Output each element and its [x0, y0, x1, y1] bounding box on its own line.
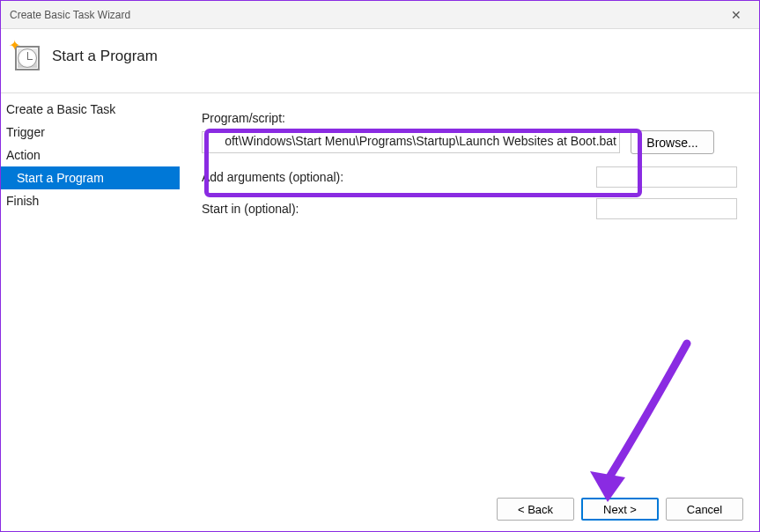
sidebar-item-trigger[interactable]: Trigger: [1, 121, 180, 144]
browse-button[interactable]: Browse...: [631, 130, 714, 154]
wizard-window: Create Basic Task Wizard ✕ ✦ Start a Pro…: [0, 0, 760, 532]
arguments-label: Add arguments (optional):: [202, 170, 343, 184]
cancel-button[interactable]: Cancel: [666, 498, 743, 521]
page-title: Start a Program: [52, 48, 158, 65]
back-button[interactable]: < Back: [497, 498, 574, 521]
startin-input[interactable]: [596, 198, 737, 219]
sidebar-item-action[interactable]: Action: [1, 144, 180, 166]
wizard-button-bar: < Back Next > Cancel: [497, 498, 743, 521]
task-scheduler-icon: ✦: [11, 42, 40, 70]
wizard-header: ✦ Start a Program: [1, 29, 759, 92]
window-title: Create Basic Task Wizard: [10, 9, 130, 21]
close-icon: ✕: [731, 8, 742, 22]
sidebar-item-create-task[interactable]: Create a Basic Task: [1, 98, 180, 121]
main-panel: Program/script: oft\Windows\Start Menu\P…: [180, 93, 759, 531]
close-button[interactable]: ✕: [722, 3, 750, 27]
sidebar-item-finish[interactable]: Finish: [1, 189, 180, 212]
program-script-label: Program/script:: [202, 111, 737, 125]
sidebar-item-start-program[interactable]: Start a Program: [1, 166, 180, 189]
wizard-steps-sidebar: Create a Basic Task Trigger Action Start…: [1, 93, 180, 531]
titlebar: Create Basic Task Wizard ✕: [1, 1, 759, 29]
wizard-body: Create a Basic Task Trigger Action Start…: [1, 92, 759, 531]
arguments-input[interactable]: [596, 166, 737, 188]
next-button[interactable]: Next >: [581, 498, 659, 521]
program-script-input[interactable]: oft\Windows\Start Menu\Programs\Startup\…: [202, 131, 620, 153]
startin-label: Start in (optional):: [202, 202, 299, 216]
